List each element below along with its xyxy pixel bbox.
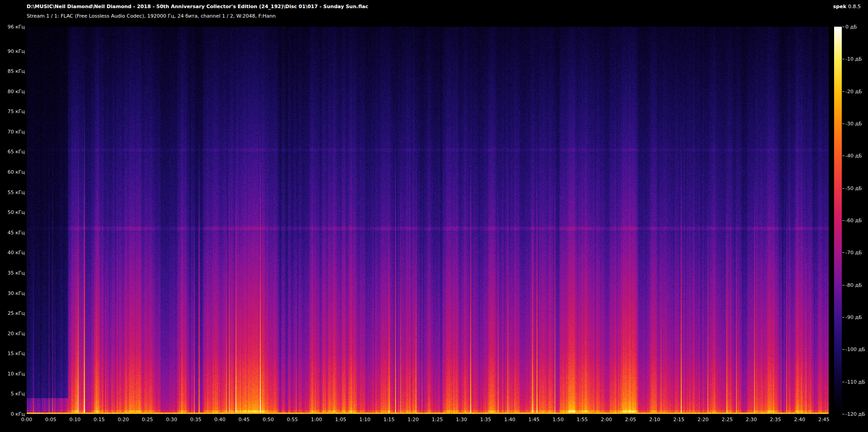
- freq-tick-label: 65 кГц: [0, 149, 25, 155]
- time-tick-label: 1:35: [480, 417, 491, 423]
- db-tick-label: -120 дБ: [845, 411, 865, 417]
- time-tick-label: 2:15: [673, 417, 684, 423]
- freq-tick-label: 55 кГц: [0, 189, 25, 195]
- time-tick-label: 0:40: [214, 417, 226, 423]
- app-version: 0.8.5: [848, 4, 861, 9]
- db-tick: [842, 252, 844, 253]
- db-tick-label: -30 дБ: [845, 121, 862, 127]
- db-legend-gradient: [834, 27, 842, 414]
- freq-tick-label: 35 кГц: [0, 270, 25, 275]
- freq-tick-label: 20 кГц: [0, 330, 25, 336]
- freq-tick-label: 60 кГц: [0, 169, 25, 175]
- freq-tick-label: 5 кГц: [0, 391, 25, 397]
- time-tick-label: 1:25: [432, 417, 443, 423]
- time-tick-label: 1:05: [335, 417, 346, 423]
- time-tick-label: 0:20: [118, 417, 129, 423]
- db-tick: [842, 59, 844, 59]
- spectrogram-canvas[interactable]: [27, 27, 829, 414]
- time-tick-label: 1:10: [359, 417, 371, 423]
- freq-tick-label: 15 кГц: [0, 351, 25, 356]
- time-tick-label: 2:05: [625, 417, 636, 423]
- db-tick-label: -70 дБ: [845, 250, 862, 256]
- time-tick-label: 2:25: [722, 417, 733, 423]
- freq-tick-label: 80 кГц: [0, 88, 25, 94]
- time-tick-label: 1:15: [383, 417, 395, 423]
- time-tick-label: 0:35: [190, 417, 202, 423]
- time-tick-label: 0:30: [166, 417, 177, 423]
- app-name: spek: [833, 4, 846, 9]
- time-tick-label: 1:20: [408, 417, 419, 423]
- time-tick-label: 0:15: [94, 417, 105, 423]
- db-tick-label: -20 дБ: [845, 88, 862, 94]
- app-identity: spek0.8.5: [833, 4, 861, 9]
- time-tick-label: 2:00: [601, 417, 612, 423]
- time-tick-label: 1:50: [552, 417, 564, 423]
- db-tick-label: -50 дБ: [845, 185, 862, 191]
- time-tick-label: 1:30: [456, 417, 467, 423]
- db-tick-label: -100 дБ: [845, 347, 865, 352]
- freq-tick-label: 85 кГц: [0, 68, 25, 74]
- freq-tick-label: 50 кГц: [0, 209, 25, 215]
- db-tick: [842, 285, 844, 285]
- freq-tick-label: 45 кГц: [0, 229, 25, 235]
- time-tick-label: 2:20: [698, 417, 709, 423]
- freq-tick-label: 70 кГц: [0, 128, 25, 134]
- db-tick: [842, 220, 844, 221]
- time-tick-label: 0:00: [21, 417, 33, 423]
- time-tick-label: 0:25: [142, 417, 153, 423]
- db-tick-label: -90 дБ: [845, 314, 862, 320]
- db-tick-label: -60 дБ: [845, 218, 862, 223]
- spek-window: D:\MUSIC\Neil Diamond\Neil Diamond - 201…: [0, 0, 868, 432]
- db-tick: [842, 349, 844, 350]
- time-tick-label: 0:05: [45, 417, 57, 423]
- freq-tick-label: 10 кГц: [0, 370, 25, 376]
- db-tick-label: -110 дБ: [845, 379, 865, 385]
- freq-tick-label: 30 кГц: [0, 290, 25, 296]
- time-tick-label: 2:35: [770, 417, 781, 423]
- db-tick-label: 0 дБ: [845, 24, 857, 30]
- db-tick: [842, 91, 844, 92]
- db-tick: [842, 317, 844, 318]
- db-tick: [842, 156, 844, 156]
- db-tick: [842, 27, 844, 27]
- time-tick-label: 0:50: [263, 417, 274, 423]
- time-tick-label: 1:40: [504, 417, 515, 423]
- time-tick-label: 0:10: [70, 417, 81, 423]
- freq-tick-label: 25 кГц: [0, 310, 25, 316]
- time-tick-label: 2:40: [794, 417, 806, 423]
- db-tick: [842, 188, 844, 189]
- freq-tick-label: 75 кГц: [0, 109, 25, 114]
- db-tick: [842, 414, 844, 414]
- time-tick-label: 1:45: [528, 417, 540, 423]
- db-tick-label: -80 дБ: [845, 282, 862, 288]
- time-tick-label: 0:45: [239, 417, 250, 423]
- time-tick-label: 2:45: [818, 417, 830, 423]
- freq-tick-label: 0 кГц: [0, 411, 25, 417]
- freq-tick-label: 90 кГц: [0, 48, 25, 54]
- db-tick: [842, 382, 844, 382]
- stream-info: Stream 1 / 1: FLAC (Free Lossless Audio …: [27, 13, 276, 19]
- freq-tick-label: 40 кГц: [0, 250, 25, 256]
- time-tick-label: 0:55: [287, 417, 298, 423]
- time-tick-label: 2:30: [746, 417, 757, 423]
- time-tick-label: 1:55: [577, 417, 588, 423]
- time-tick-label: 1:00: [311, 417, 322, 423]
- db-tick: [842, 123, 844, 124]
- file-path-title: D:\MUSIC\Neil Diamond\Neil Diamond - 201…: [27, 4, 368, 9]
- db-tick-label: -40 дБ: [845, 153, 862, 159]
- time-tick-label: 2:10: [649, 417, 660, 423]
- db-tick-label: -10 дБ: [845, 56, 862, 62]
- freq-tick-label: 96 кГц: [0, 24, 25, 30]
